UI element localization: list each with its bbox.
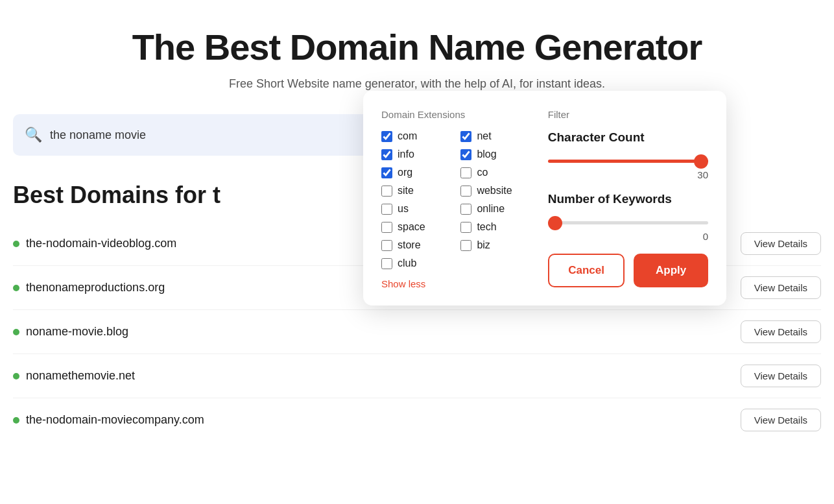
extension-label: info <box>398 149 414 160</box>
extension-label: us <box>398 203 409 215</box>
extension-checkbox-item[interactable]: biz <box>460 239 527 251</box>
extension-checkbox-co[interactable] <box>460 167 471 178</box>
extension-checkbox-tech[interactable] <box>460 222 471 233</box>
view-details-button[interactable]: View Details <box>741 232 821 255</box>
availability-dot <box>13 241 19 247</box>
extension-label: online <box>477 203 505 215</box>
extension-checkbox-club[interactable] <box>381 258 392 269</box>
view-details-button[interactable]: View Details <box>741 276 821 299</box>
extension-checkbox-site[interactable] <box>381 186 392 197</box>
extensions-label: Domain Extensions <box>381 109 527 120</box>
extension-checkbox-online[interactable] <box>460 204 471 215</box>
keywords-slider[interactable] <box>548 221 708 224</box>
extension-checkbox-org[interactable] <box>381 167 392 178</box>
view-details-button[interactable]: View Details <box>741 320 821 343</box>
extension-checkbox-item[interactable]: co <box>460 167 527 178</box>
cancel-button[interactable]: Cancel <box>548 254 625 287</box>
extension-checkbox-item[interactable]: online <box>460 203 527 215</box>
domain-name: nonamethemovie.net <box>13 369 135 383</box>
list-item: noname-movie.blog View Details <box>13 310 821 354</box>
apply-button[interactable]: Apply <box>634 254 708 287</box>
extension-checkbox-item[interactable]: site <box>381 185 447 197</box>
extension-checkbox-item[interactable]: space <box>381 221 447 233</box>
extension-checkbox-item[interactable]: net <box>460 130 527 142</box>
keywords-heading: Number of Keywords <box>548 192 708 206</box>
list-item: nonamethemovie.net View Details <box>13 354 821 398</box>
domain-name: the-nodomain-videoblog.com <box>13 237 176 250</box>
extension-checkbox-item[interactable]: us <box>381 203 447 215</box>
search-icon: 🔍 <box>25 126 42 143</box>
extension-label: store <box>398 239 421 251</box>
extension-label: co <box>477 167 488 178</box>
extension-checkbox-website[interactable] <box>460 186 471 197</box>
extension-label: website <box>477 185 512 197</box>
view-details-button[interactable]: View Details <box>741 365 821 387</box>
extension-checkbox-item[interactable]: store <box>381 239 447 251</box>
extension-checkbox-us[interactable] <box>381 204 392 215</box>
extension-label: tech <box>477 221 496 233</box>
extension-checkbox-item[interactable]: tech <box>460 221 527 233</box>
keywords-value: 0 <box>548 231 708 242</box>
extension-label: net <box>477 130 491 142</box>
page-subtitle: Free Short Website name generator, with … <box>13 77 821 91</box>
list-item: the-nodomain-moviecompany.com View Detai… <box>13 398 821 442</box>
extension-label: space <box>398 221 425 233</box>
extension-checkbox-item[interactable]: website <box>460 185 527 197</box>
extension-label: org <box>398 167 412 178</box>
extension-checkbox-space[interactable] <box>381 222 392 233</box>
extension-checkbox-com[interactable] <box>381 131 392 142</box>
extension-checkbox-item[interactable]: org <box>381 167 447 178</box>
extension-label: blog <box>477 149 496 160</box>
extensions-section: Domain Extensions com net info blog org … <box>381 109 527 290</box>
filter-dropdown: Domain Extensions com net info blog org … <box>363 91 726 306</box>
extension-checkbox-biz[interactable] <box>460 240 471 251</box>
domain-name: the-nodomain-moviecompany.com <box>13 413 204 427</box>
extension-checkbox-item[interactable]: club <box>381 258 447 269</box>
extension-checkbox-item[interactable]: com <box>381 130 447 142</box>
extension-label: site <box>398 185 414 197</box>
filter-section: Filter Character Count 30 Number of Keyw… <box>548 109 708 290</box>
extension-checkbox-item[interactable]: blog <box>460 149 527 160</box>
domain-name: thenonameproductions.org <box>13 281 165 294</box>
extension-label: com <box>398 130 417 142</box>
extensions-grid: com net info blog org co site website us <box>381 130 527 269</box>
filter-label: Filter <box>548 109 708 120</box>
availability-dot <box>13 285 19 291</box>
search-input[interactable] <box>50 128 377 142</box>
availability-dot <box>13 373 19 379</box>
character-count-value: 30 <box>548 169 708 180</box>
filter-buttons-row: Cancel Apply <box>548 254 708 287</box>
keywords-slider-wrapper <box>548 215 708 227</box>
filter-dropdown-inner: Domain Extensions com net info blog org … <box>381 109 708 290</box>
search-input-wrapper: 🔍 <box>13 114 389 156</box>
show-less-button[interactable]: Show less <box>381 278 425 289</box>
character-count-heading: Character Count <box>548 130 708 145</box>
extension-label: club <box>398 258 416 269</box>
page-header: The Best Domain Name Generator Free Shor… <box>13 26 821 91</box>
extension-checkbox-store[interactable] <box>381 240 392 251</box>
character-count-slider-wrapper <box>548 154 708 165</box>
extension-checkbox-item[interactable]: info <box>381 149 447 160</box>
domain-name: noname-movie.blog <box>13 325 128 339</box>
page-title: The Best Domain Name Generator <box>13 26 821 68</box>
character-count-slider[interactable] <box>548 160 708 163</box>
availability-dot <box>13 417 19 424</box>
view-details-button[interactable]: View Details <box>741 409 821 431</box>
extension-checkbox-info[interactable] <box>381 149 392 160</box>
extension-checkbox-net[interactable] <box>460 131 471 142</box>
availability-dot <box>13 329 19 335</box>
extension-label: biz <box>477 239 490 251</box>
extension-checkbox-blog[interactable] <box>460 149 471 160</box>
